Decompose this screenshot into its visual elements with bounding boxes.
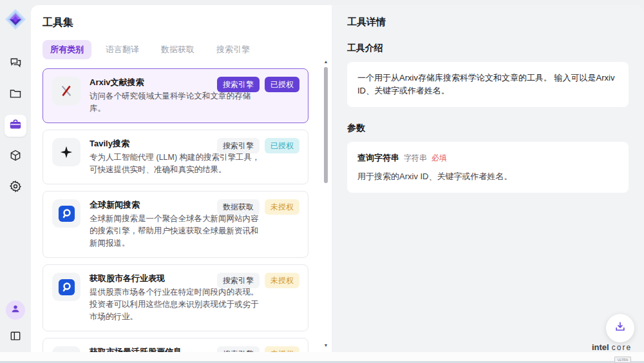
auth-status-badge: 未授权 <box>265 199 299 215</box>
param-name: 查询字符串 <box>357 152 399 164</box>
scrollbar-thumb[interactable] <box>324 67 328 183</box>
tool-description: 访问各个研究领域大量科学论文和文章的存储库。 <box>90 90 265 115</box>
app-logo[interactable] <box>4 8 27 31</box>
auth-status-badge: 未授权 <box>265 273 299 288</box>
arxiv-x-icon <box>52 77 80 105</box>
category-tab[interactable]: 所有类别 <box>43 40 91 59</box>
tool-card[interactable]: 获取股市各行业表现 提供股票市场各个行业在特定时间段内的表现。投资者可以利用这些… <box>43 264 308 331</box>
q-search-icon <box>52 273 80 301</box>
sidebar-item-models[interactable] <box>5 146 26 168</box>
tool-card[interactable]: 获取市场最活跃股票信息 提供当天交易量最高的股票列表，投资者可以利用这些信息来识… <box>43 338 308 352</box>
category-tab[interactable]: 搜索引擎 <box>209 40 258 59</box>
tool-list-panel: 工具集 所有类别语言翻译数据获取搜索引擎 Arxiv文献搜索 访问各个研究领域大… <box>31 5 332 352</box>
param-card: 查询字符串 字符串 必填 用于搜索的Arxiv ID、关键字或作者姓名。 <box>347 142 629 193</box>
tool-cards-list: Arxiv文献搜索 访问各个研究领域大量科学论文和文章的存储库。 搜索引擎 已授… <box>43 68 308 352</box>
panel-toggle-button[interactable] <box>6 328 25 347</box>
brand-badge-ultra: ULTRA <box>614 357 631 363</box>
person-icon <box>10 304 21 317</box>
intro-section-title: 工具介绍 <box>347 43 629 54</box>
category-badge: 搜索引擎 <box>217 273 260 288</box>
sidebar-item-files[interactable] <box>5 84 26 106</box>
auth-status-badge: 已授权 <box>265 77 299 92</box>
q-search-icon <box>52 346 80 352</box>
tool-card[interactable]: Arxiv文献搜索 访问各个研究领域大量科学论文和文章的存储库。 搜索引擎 已授… <box>43 68 308 123</box>
brand-word-core: core <box>612 343 632 352</box>
params-section-title: 参数 <box>347 123 629 134</box>
download-icon <box>614 320 627 336</box>
param-required-flag: 必填 <box>431 152 447 164</box>
category-tab[interactable]: 语言翻译 <box>98 40 147 59</box>
intro-text: 一个用于从Arxiv存储库搜索科学论文和文章的工具。 输入可以是Arxiv ID… <box>357 73 614 95</box>
star-icon <box>52 138 80 166</box>
tool-card[interactable]: Tavily搜索 专为人工智能代理 (LLM) 构建的搜索引擎工具，可快速提供实… <box>43 130 308 184</box>
chat-icon <box>9 56 22 72</box>
tool-description: 提供股票市场各个行业在特定时间段内的表现。投资者可以利用这些信息来识别表现优于或… <box>90 286 265 323</box>
list-scrollbar[interactable]: ▲ ▼ <box>323 59 329 348</box>
brand-word-intel: intel <box>592 342 609 352</box>
tool-description: 全球新闻搜索是一个聚合全球各大新闻网站内容的搜索引擎，帮助用户快速获取全球最新资… <box>90 213 265 250</box>
category-tabs: 所有类别语言翻译数据获取搜索引擎 <box>43 40 332 59</box>
scrollbar-up-arrow[interactable]: ▲ <box>323 59 329 64</box>
detail-title: 工具详情 <box>347 16 629 28</box>
category-badge: 搜索引擎 <box>217 77 260 92</box>
sidebar-item-settings[interactable] <box>5 177 26 199</box>
bottom-strip <box>0 352 644 363</box>
sidebar-item-tools[interactable] <box>5 115 26 137</box>
sidebar-rail <box>0 0 31 352</box>
category-badge: 搜索引擎 <box>217 138 260 153</box>
q-search-icon <box>52 199 80 228</box>
scrollbar-down-arrow[interactable]: ▼ <box>323 343 329 348</box>
category-tab[interactable]: 数据获取 <box>153 40 202 59</box>
intro-card: 一个用于从Arxiv存储库搜索科学论文和文章的工具。 输入可以是Arxiv ID… <box>347 62 629 107</box>
gear-icon <box>9 180 22 195</box>
tool-description: 专为人工智能代理 (LLM) 构建的搜索引擎工具，可快速提供实时、准确和真实的结… <box>90 152 265 176</box>
tool-card[interactable]: 全球新闻搜索 全球新闻搜索是一个聚合全球各大新闻网站内容的搜索引擎，帮助用户快速… <box>43 191 308 258</box>
intel-core-logo: intel core ULTRA <box>587 342 637 363</box>
auth-status-badge: 已授权 <box>265 138 299 153</box>
category-badge: 搜索引擎 <box>217 346 260 352</box>
folder-icon <box>9 87 22 103</box>
briefcase-icon <box>9 118 22 133</box>
category-badge: 数据获取 <box>217 199 260 215</box>
main-content: 工具集 所有类别语言翻译数据获取搜索引擎 Arxiv文献搜索 访问各个研究领域大… <box>31 5 644 352</box>
cube-icon <box>9 149 22 164</box>
param-type: 字符串 <box>404 152 427 164</box>
download-button[interactable] <box>606 314 634 342</box>
layout-panel-icon <box>9 329 22 345</box>
page-title: 工具集 <box>43 16 332 30</box>
auth-status-badge: 未授权 <box>265 346 299 352</box>
user-avatar[interactable] <box>6 300 25 320</box>
sidebar-item-chat[interactable] <box>5 53 26 75</box>
param-description: 用于搜索的Arxiv ID、关键字或作者姓名。 <box>357 170 618 183</box>
tool-detail-panel: 工具详情 工具介绍 一个用于从Arxiv存储库搜索科学论文和文章的工具。 输入可… <box>332 5 644 352</box>
